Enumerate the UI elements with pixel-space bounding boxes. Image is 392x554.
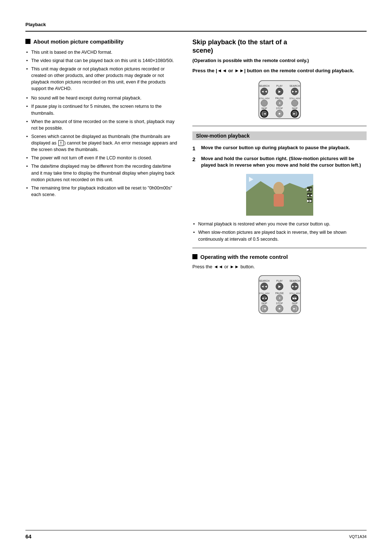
svg-text:►|: ►| bbox=[293, 112, 297, 115]
list-item: The power will not turn off even if the … bbox=[26, 155, 178, 161]
numbered-steps: 1 Move the cursor button up during playb… bbox=[192, 144, 367, 169]
slow-motion-heading: Slow-motion playback bbox=[192, 131, 367, 140]
svg-text:STOP: STOP bbox=[276, 107, 283, 110]
svg-text:|◄: |◄ bbox=[262, 307, 266, 310]
list-item: The video signal that can be played back… bbox=[26, 57, 178, 64]
svg-text:PLAY: PLAY bbox=[276, 85, 283, 87]
footer-border bbox=[25, 530, 367, 530]
left-bullet-list: This unit is based on the AVCHD format. … bbox=[26, 49, 178, 198]
left-section-title: About motion picture compatibility bbox=[33, 38, 123, 45]
svg-text:SEARCH: SEARCH bbox=[259, 280, 269, 282]
svg-text:SEARCH: SEARCH bbox=[259, 85, 269, 87]
operating-section: Operating with the remote control Press … bbox=[192, 253, 367, 316]
step-2: 2 Move and hold the cursor button right.… bbox=[192, 155, 367, 169]
svg-text:◄◄: ◄◄ bbox=[261, 297, 267, 300]
svg-text:◄◄: ◄◄ bbox=[306, 194, 313, 197]
svg-text:◄◄: ◄◄ bbox=[261, 285, 268, 288]
list-item: No sound will be heard except during nor… bbox=[26, 95, 178, 101]
svg-text:STILL ADV: STILL ADV bbox=[289, 292, 300, 294]
remote-svg-1: SEARCH PLAY SEARCH ◄◄ ▶ ►► STILL ADV PAU… bbox=[253, 79, 306, 121]
svg-text:SKIP: SKIP bbox=[292, 107, 298, 110]
slow-motion-notes: Normal playback is restored when you mov… bbox=[193, 221, 367, 242]
svg-text:SKIP: SKIP bbox=[261, 107, 267, 110]
svg-point-29 bbox=[273, 182, 284, 195]
main-content: About motion picture compatibility This … bbox=[25, 38, 367, 321]
svg-text:PLAY: PLAY bbox=[276, 280, 283, 282]
svg-text:PAUSE: PAUSE bbox=[275, 97, 284, 99]
operating-icon bbox=[192, 254, 197, 259]
list-item: Scenes which cannot be displayed as thum… bbox=[26, 133, 178, 153]
svg-text:■: ■ bbox=[278, 307, 280, 310]
svg-text:▶▶: ▶▶ bbox=[307, 199, 312, 203]
exclamation-icon: ! bbox=[58, 140, 64, 146]
operating-heading: Operating with the remote control bbox=[192, 253, 367, 261]
svg-text:SKIP: SKIP bbox=[292, 302, 298, 305]
svg-text:◄◄: ◄◄ bbox=[261, 90, 268, 93]
model-code: VQT1A34 bbox=[349, 534, 367, 539]
svg-text:STOP: STOP bbox=[276, 302, 283, 305]
svg-point-16 bbox=[291, 100, 298, 106]
step-1: 1 Move the cursor button up during playb… bbox=[192, 144, 367, 152]
list-item: This unit is based on the AVCHD format. bbox=[26, 49, 178, 56]
page-header: Playback bbox=[25, 22, 367, 27]
list-item: When slow-motion pictures are played bac… bbox=[193, 229, 367, 242]
left-section-heading: About motion picture compatibility bbox=[25, 38, 178, 45]
press-instruction: Press the |◄◄ or ►►| button on the remot… bbox=[192, 68, 367, 74]
list-item: This unit may degrade or not playback mo… bbox=[26, 66, 178, 92]
video-preview-svg: ▶⏸ ◄◄ ▶▶ bbox=[246, 174, 313, 216]
svg-text:SEARCH: SEARCH bbox=[289, 280, 300, 282]
list-item: Normal playback is restored when you mov… bbox=[193, 221, 367, 227]
svg-text:STILL ADV: STILL ADV bbox=[259, 292, 269, 294]
list-item: The date/time displayed may be different… bbox=[26, 163, 178, 183]
svg-text:⏸: ⏸ bbox=[278, 102, 281, 105]
svg-text:▶▶: ▶▶ bbox=[293, 297, 297, 300]
svg-text:⏸: ⏸ bbox=[278, 297, 281, 300]
svg-text:►|: ►| bbox=[293, 307, 297, 310]
svg-text:|◄: |◄ bbox=[262, 112, 266, 115]
page: Playback About motion picture compatibil… bbox=[0, 0, 392, 554]
remote-diagram-1: SEARCH PLAY SEARCH ◄◄ ▶ ►► STILL ADV PAU… bbox=[192, 79, 367, 121]
list-item: The remaining time for playback indicati… bbox=[26, 185, 178, 198]
svg-text:►►: ►► bbox=[291, 90, 298, 93]
list-item: When the amount of time recorded on the … bbox=[26, 118, 178, 131]
svg-text:SEARCH: SEARCH bbox=[289, 85, 300, 87]
list-item: If pause play is continued for 5 minutes… bbox=[26, 103, 178, 116]
svg-text:SKIP: SKIP bbox=[261, 302, 267, 305]
section-divider-2 bbox=[192, 248, 367, 248]
svg-text:■: ■ bbox=[278, 112, 280, 115]
right-section-title: Skip playback (to the start of a scene) bbox=[192, 38, 367, 55]
left-column: About motion picture compatibility This … bbox=[25, 38, 178, 200]
press-button-text: Press the ◄◄ or ►► button. bbox=[192, 264, 367, 269]
svg-rect-30 bbox=[274, 194, 284, 207]
footer: 64 VQT1A34 bbox=[25, 527, 367, 539]
operation-note: (Operation is possible with the remote c… bbox=[192, 57, 367, 64]
video-preview: ▶⏸ ◄◄ ▶▶ bbox=[192, 174, 367, 216]
section-divider-1 bbox=[192, 126, 367, 126]
top-divider bbox=[25, 31, 367, 32]
svg-point-13 bbox=[261, 100, 268, 106]
page-number: 64 bbox=[25, 533, 32, 539]
svg-text:STILL ADV: STILL ADV bbox=[259, 97, 269, 99]
svg-text:▶⏸: ▶⏸ bbox=[307, 188, 313, 191]
svg-text:▶: ▶ bbox=[278, 285, 281, 288]
remote-diagram-2: SEARCH PLAY SEARCH ◄◄ ▶ ►► STILL ADV PAU… bbox=[192, 274, 367, 315]
section-icon bbox=[25, 39, 30, 44]
remote-svg-2: SEARCH PLAY SEARCH ◄◄ ▶ ►► STILL ADV PAU… bbox=[253, 274, 306, 315]
svg-text:PAUSE: PAUSE bbox=[275, 292, 284, 294]
operating-title: Operating with the remote control bbox=[200, 253, 288, 261]
svg-text:STILL ADV: STILL ADV bbox=[289, 97, 300, 99]
svg-text:►►: ►► bbox=[291, 285, 298, 288]
right-column: Skip playback (to the start of a scene) … bbox=[192, 38, 367, 321]
svg-text:▶: ▶ bbox=[278, 90, 281, 93]
